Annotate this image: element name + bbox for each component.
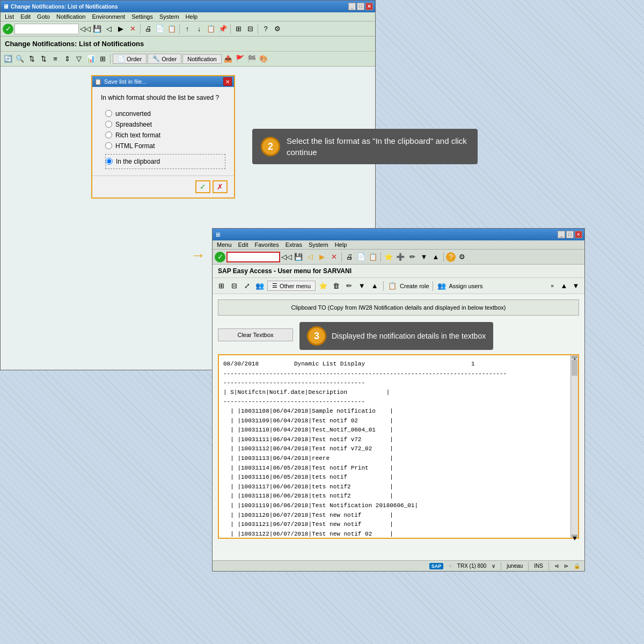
order-btn1[interactable]: 📄 Order [113, 54, 147, 64]
back-icon[interactable]: ◁◁ [80, 24, 91, 34]
option-unconverted[interactable]: unconverted [105, 110, 225, 118]
radio-rich-text[interactable] [105, 131, 112, 138]
align-icon[interactable]: ≡ [50, 54, 61, 64]
win2-chevron-right-icon[interactable]: » [547, 281, 558, 291]
paste-icon[interactable]: 📌 [217, 24, 228, 34]
other-menu-button[interactable]: ☰ Other menu [267, 281, 316, 291]
sort-icon[interactable]: ⇕ [62, 54, 72, 64]
win2-prev-icon[interactable]: ◁ [305, 252, 316, 262]
win1-minimize-btn[interactable]: _ [348, 3, 356, 10]
scroll-down-btn[interactable]: ▼ [572, 535, 577, 537]
download-icon[interactable]: ↓ [194, 24, 204, 34]
statusbar-lock-icon[interactable]: 🔒 [574, 563, 580, 569]
menu-edit[interactable]: Edit [20, 13, 31, 20]
win2-nav2-icon[interactable]: ⊟ [229, 281, 239, 291]
search-icon[interactable]: 🔍 [14, 54, 25, 64]
win2-back-icon[interactable]: ◁◁ [281, 252, 292, 262]
dialog-close-btn[interactable]: ✕ [223, 77, 232, 86]
win2-star-icon[interactable]: ⭐ [383, 252, 394, 262]
option-spreadsheet[interactable]: Spreadsheet [105, 121, 225, 128]
dialog-cancel-btn[interactable]: ✗ [213, 180, 228, 193]
copy-icon[interactable]: 📋 [206, 24, 216, 34]
chart-icon[interactable]: 📊 [85, 54, 96, 64]
win2-scroll-down-icon[interactable]: ▼ [570, 281, 581, 291]
layout-icon[interactable]: ⊞ [233, 24, 244, 34]
menu2-edit[interactable]: Edit [238, 241, 248, 248]
radio-clipboard[interactable] [106, 158, 113, 165]
order-btn2[interactable]: 🔧 Order [148, 54, 181, 64]
win2-next-icon[interactable]: ▶ [317, 252, 327, 262]
scrollbar[interactable]: ▲ ▼ [570, 355, 578, 538]
option-rich-text[interactable]: Rich text format [105, 131, 225, 139]
win2-nav1-icon[interactable]: ⊞ [216, 281, 226, 291]
filter-icon[interactable]: ⇅ [26, 54, 37, 64]
cancel-icon[interactable]: ✕ [127, 24, 138, 34]
print3-icon[interactable]: 📋 [166, 24, 177, 34]
clipboard-to-button[interactable]: Clipboard TO (Copy from IW28 Notificatio… [218, 299, 579, 316]
refresh-icon[interactable]: 🔄 [3, 54, 13, 64]
win2-save2-icon[interactable]: 📄 [356, 252, 367, 262]
go-button[interactable]: ✓ [3, 24, 13, 34]
win2-down-icon[interactable]: ▼ [419, 252, 429, 262]
radio-spreadsheet[interactable] [105, 121, 112, 128]
command-input[interactable] [14, 24, 79, 34]
win2-pen-icon[interactable]: ✏ [343, 281, 354, 291]
save-icon[interactable]: 💾 [92, 24, 103, 34]
dialog-ok-btn[interactable]: ✓ [195, 180, 210, 193]
statusbar-icon2[interactable]: ⊳ [564, 563, 568, 569]
win2-arrowdown-icon[interactable]: ▼ [356, 281, 367, 291]
win2-arrowup-icon[interactable]: ▲ [369, 281, 380, 291]
win2-trash-icon[interactable]: 🗑 [331, 281, 341, 291]
menu2-system[interactable]: System [309, 241, 328, 248]
funnel-icon[interactable]: ▽ [74, 54, 84, 64]
menu-settings[interactable]: Settings [131, 13, 153, 20]
win2-save-icon[interactable]: 💾 [293, 252, 304, 262]
win2-maximize-btn[interactable]: □ [566, 231, 574, 238]
menu-help[interactable]: Help [186, 13, 198, 20]
win2-up-icon[interactable]: ▲ [430, 252, 441, 262]
menu2-menu[interactable]: Menu [217, 241, 232, 248]
prev-icon[interactable]: ◁ [104, 24, 114, 34]
win2-expand-icon[interactable]: ⤢ [241, 281, 252, 291]
print2-icon[interactable]: 📄 [155, 24, 165, 34]
win2-users-icon[interactable]: 👥 [436, 281, 447, 291]
win2-print-icon[interactable]: 🖨 [344, 252, 355, 262]
option-clipboard[interactable]: In the clipboard [106, 158, 223, 165]
win2-close-btn[interactable]: ✕ [575, 231, 582, 238]
upload-icon[interactable]: ↑ [182, 24, 193, 34]
menu-goto[interactable]: Goto [37, 13, 50, 20]
win1-maximize-btn[interactable]: □ [357, 3, 364, 10]
settings-icon[interactable]: ⚙ [272, 24, 283, 34]
scrollbar-thumb[interactable] [572, 360, 577, 376]
print-icon[interactable]: 🖨 [143, 24, 153, 34]
win2-edit2-icon[interactable]: ✏ [407, 252, 418, 262]
win1-close-btn[interactable]: ✕ [365, 3, 373, 10]
win2-add-icon[interactable]: ➕ [395, 252, 406, 262]
win2-command-input[interactable] [226, 252, 280, 262]
color-icon[interactable]: 🎨 [258, 54, 269, 64]
option-html[interactable]: HTML Format [105, 142, 225, 150]
win2-group-icon[interactable]: 👥 [254, 281, 265, 291]
win2-star2-icon[interactable]: ⭐ [318, 281, 328, 291]
win2-role-icon[interactable]: 📋 [387, 281, 398, 291]
nav-icon2[interactable]: ▶ [115, 24, 126, 34]
win2-minimize-btn[interactable]: _ [558, 231, 565, 238]
clear-textbox-button[interactable]: Clear Textbox [218, 328, 293, 341]
flag2-icon[interactable]: 🏁 [246, 54, 257, 64]
notification-btn[interactable]: Notification [182, 54, 221, 64]
statusbar-icon1[interactable]: ⊲ [554, 563, 559, 569]
win2-go-button[interactable]: ✓ [215, 252, 225, 262]
win2-help-icon[interactable]: ? [446, 252, 456, 262]
help-icon[interactable]: ? [260, 24, 271, 34]
menu2-help[interactable]: Help [335, 241, 347, 248]
radio-html[interactable] [105, 142, 112, 149]
statusbar-dropdown-icon[interactable]: ∨ [492, 563, 495, 569]
filter2-icon[interactable]: ⇅ [38, 54, 49, 64]
notification-textbox[interactable] [219, 355, 570, 538]
menu-environment[interactable]: Environment [92, 13, 125, 20]
menu-system[interactable]: System [159, 13, 179, 20]
export-icon[interactable]: 📤 [223, 54, 233, 64]
win2-cancel-icon[interactable]: ✕ [328, 252, 339, 262]
menu-notification[interactable]: Notification [56, 13, 85, 20]
win2-copy-icon[interactable]: 📋 [368, 252, 378, 262]
